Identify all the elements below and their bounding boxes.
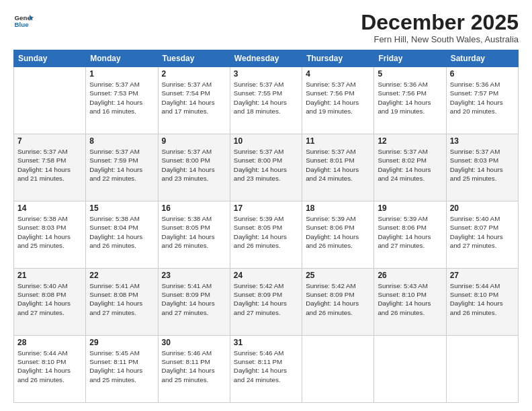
day-cell: 2Sunrise: 5:37 AMSunset: 7:54 PMDaylight… xyxy=(158,67,230,134)
col-header-friday: Friday xyxy=(374,50,446,67)
day-detail: Sunrise: 5:37 AMSunset: 7:56 PMDaylight:… xyxy=(306,80,370,116)
day-number: 28 xyxy=(17,338,82,347)
day-number: 15 xyxy=(89,203,154,213)
day-cell: 21Sunrise: 5:40 AMSunset: 8:08 PMDayligh… xyxy=(14,269,86,336)
day-detail: Sunrise: 5:37 AMSunset: 8:00 PMDaylight:… xyxy=(162,147,226,183)
col-header-monday: Monday xyxy=(86,50,158,67)
week-row-4: 21Sunrise: 5:40 AMSunset: 8:08 PMDayligh… xyxy=(14,269,519,336)
day-cell: 6Sunrise: 5:36 AMSunset: 7:57 PMDaylight… xyxy=(446,67,518,134)
col-header-wednesday: Wednesday xyxy=(230,50,302,67)
day-detail: Sunrise: 5:37 AMSunset: 7:54 PMDaylight:… xyxy=(162,80,226,116)
day-number: 6 xyxy=(450,69,515,79)
day-number: 13 xyxy=(450,136,515,146)
col-header-thursday: Thursday xyxy=(302,50,374,67)
day-detail: Sunrise: 5:38 AMSunset: 8:05 PMDaylight:… xyxy=(162,214,226,250)
day-detail: Sunrise: 5:37 AMSunset: 7:53 PMDaylight:… xyxy=(89,80,154,116)
day-number: 16 xyxy=(162,203,226,213)
day-number: 14 xyxy=(17,203,82,213)
calendar-header-row: SundayMondayTuesdayWednesdayThursdayFrid… xyxy=(14,50,519,67)
day-number: 21 xyxy=(17,271,82,280)
day-detail: Sunrise: 5:37 AMSunset: 8:02 PMDaylight:… xyxy=(378,147,442,183)
day-number: 20 xyxy=(450,203,515,213)
day-cell: 30Sunrise: 5:46 AMSunset: 8:11 PMDayligh… xyxy=(158,336,230,403)
day-cell: 31Sunrise: 5:46 AMSunset: 8:11 PMDayligh… xyxy=(230,336,302,403)
calendar-table: SundayMondayTuesdayWednesdayThursdayFrid… xyxy=(13,50,519,403)
day-number: 2 xyxy=(162,69,226,79)
day-number: 11 xyxy=(306,136,370,146)
day-number: 22 xyxy=(89,271,154,280)
day-detail: Sunrise: 5:37 AMSunset: 8:03 PMDaylight:… xyxy=(450,147,515,183)
week-row-1: 1Sunrise: 5:37 AMSunset: 7:53 PMDaylight… xyxy=(14,67,519,134)
day-cell: 7Sunrise: 5:37 AMSunset: 7:58 PMDaylight… xyxy=(14,134,86,201)
day-cell: 28Sunrise: 5:44 AMSunset: 8:10 PMDayligh… xyxy=(14,336,86,403)
week-row-5: 28Sunrise: 5:44 AMSunset: 8:10 PMDayligh… xyxy=(14,336,519,403)
day-cell: 13Sunrise: 5:37 AMSunset: 8:03 PMDayligh… xyxy=(446,134,518,201)
day-cell: 27Sunrise: 5:44 AMSunset: 8:10 PMDayligh… xyxy=(446,269,518,336)
month-title: December 2025 xyxy=(361,11,519,34)
day-detail: Sunrise: 5:42 AMSunset: 8:09 PMDaylight:… xyxy=(234,281,298,317)
week-row-2: 7Sunrise: 5:37 AMSunset: 7:58 PMDaylight… xyxy=(14,134,519,201)
day-detail: Sunrise: 5:36 AMSunset: 7:57 PMDaylight:… xyxy=(450,80,515,116)
day-number: 4 xyxy=(306,69,370,79)
day-detail: Sunrise: 5:39 AMSunset: 8:06 PMDaylight:… xyxy=(378,214,442,250)
col-header-sunday: Sunday xyxy=(14,50,86,67)
day-detail: Sunrise: 5:41 AMSunset: 8:08 PMDaylight:… xyxy=(89,281,154,317)
day-number: 25 xyxy=(306,271,370,280)
logo-icon: General Blue xyxy=(13,11,34,31)
day-detail: Sunrise: 5:45 AMSunset: 8:11 PMDaylight:… xyxy=(89,349,154,384)
day-number: 27 xyxy=(450,271,515,280)
day-cell: 5Sunrise: 5:36 AMSunset: 7:56 PMDaylight… xyxy=(374,67,446,134)
day-cell: 14Sunrise: 5:38 AMSunset: 8:03 PMDayligh… xyxy=(14,201,86,269)
day-detail: Sunrise: 5:44 AMSunset: 8:10 PMDaylight:… xyxy=(17,349,82,384)
day-cell: 17Sunrise: 5:39 AMSunset: 8:05 PMDayligh… xyxy=(230,201,302,269)
header: General Blue December 2025 Fern Hill, Ne… xyxy=(13,11,519,44)
week-row-3: 14Sunrise: 5:38 AMSunset: 8:03 PMDayligh… xyxy=(14,201,519,269)
day-cell: 3Sunrise: 5:37 AMSunset: 7:55 PMDaylight… xyxy=(230,67,302,134)
location: Fern Hill, New South Wales, Australia xyxy=(361,34,519,44)
day-detail: Sunrise: 5:37 AMSunset: 7:59 PMDaylight:… xyxy=(89,147,154,183)
day-number: 18 xyxy=(306,203,370,213)
day-detail: Sunrise: 5:46 AMSunset: 8:11 PMDaylight:… xyxy=(234,349,298,384)
day-detail: Sunrise: 5:36 AMSunset: 7:56 PMDaylight:… xyxy=(378,80,442,116)
day-number: 30 xyxy=(162,338,226,347)
day-detail: Sunrise: 5:37 AMSunset: 8:01 PMDaylight:… xyxy=(306,147,370,183)
day-cell: 18Sunrise: 5:39 AMSunset: 8:06 PMDayligh… xyxy=(302,201,374,269)
day-detail: Sunrise: 5:39 AMSunset: 8:06 PMDaylight:… xyxy=(306,214,370,250)
day-cell xyxy=(446,336,518,403)
day-cell: 8Sunrise: 5:37 AMSunset: 7:59 PMDaylight… xyxy=(86,134,158,201)
day-detail: Sunrise: 5:40 AMSunset: 8:07 PMDaylight:… xyxy=(450,214,515,250)
day-cell: 26Sunrise: 5:43 AMSunset: 8:10 PMDayligh… xyxy=(374,269,446,336)
day-cell: 12Sunrise: 5:37 AMSunset: 8:02 PMDayligh… xyxy=(374,134,446,201)
page: General Blue December 2025 Fern Hill, Ne… xyxy=(0,0,532,411)
day-detail: Sunrise: 5:46 AMSunset: 8:11 PMDaylight:… xyxy=(162,349,226,384)
day-number: 7 xyxy=(17,136,82,146)
logo: General Blue xyxy=(13,11,34,31)
day-cell xyxy=(302,336,374,403)
day-cell: 1Sunrise: 5:37 AMSunset: 7:53 PMDaylight… xyxy=(86,67,158,134)
day-cell: 4Sunrise: 5:37 AMSunset: 7:56 PMDaylight… xyxy=(302,67,374,134)
day-cell: 25Sunrise: 5:42 AMSunset: 8:09 PMDayligh… xyxy=(302,269,374,336)
day-number: 1 xyxy=(89,69,154,79)
day-number: 23 xyxy=(162,271,226,280)
day-cell: 15Sunrise: 5:38 AMSunset: 8:04 PMDayligh… xyxy=(86,201,158,269)
day-number: 31 xyxy=(234,338,298,347)
day-number: 24 xyxy=(234,271,298,280)
day-cell xyxy=(14,67,86,134)
day-detail: Sunrise: 5:39 AMSunset: 8:05 PMDaylight:… xyxy=(234,214,298,250)
day-number: 5 xyxy=(378,69,442,79)
day-number: 8 xyxy=(89,136,154,146)
title-block: December 2025 Fern Hill, New South Wales… xyxy=(361,11,519,44)
day-detail: Sunrise: 5:41 AMSunset: 8:09 PMDaylight:… xyxy=(162,281,226,317)
day-detail: Sunrise: 5:37 AMSunset: 8:00 PMDaylight:… xyxy=(234,147,298,183)
day-number: 17 xyxy=(234,203,298,213)
day-cell: 29Sunrise: 5:45 AMSunset: 8:11 PMDayligh… xyxy=(86,336,158,403)
col-header-saturday: Saturday xyxy=(446,50,518,67)
col-header-tuesday: Tuesday xyxy=(158,50,230,67)
day-detail: Sunrise: 5:44 AMSunset: 8:10 PMDaylight:… xyxy=(450,281,515,317)
day-detail: Sunrise: 5:37 AMSunset: 7:55 PMDaylight:… xyxy=(234,80,298,116)
day-cell: 16Sunrise: 5:38 AMSunset: 8:05 PMDayligh… xyxy=(158,201,230,269)
day-cell: 24Sunrise: 5:42 AMSunset: 8:09 PMDayligh… xyxy=(230,269,302,336)
day-cell: 23Sunrise: 5:41 AMSunset: 8:09 PMDayligh… xyxy=(158,269,230,336)
day-number: 10 xyxy=(234,136,298,146)
day-cell: 10Sunrise: 5:37 AMSunset: 8:00 PMDayligh… xyxy=(230,134,302,201)
